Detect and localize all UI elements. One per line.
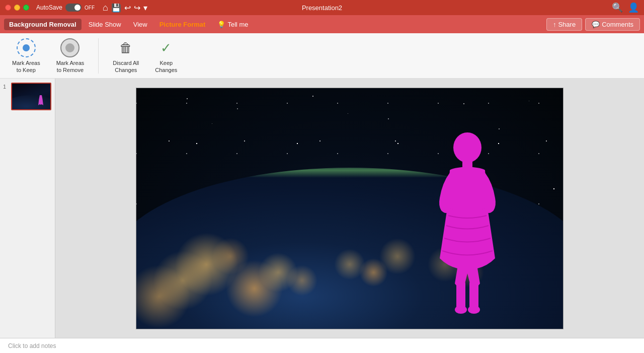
svg-rect-3 <box>469 281 478 309</box>
menu-item-tell-me[interactable]: 💡 Tell me <box>212 19 253 30</box>
redo-icon[interactable]: ↪ <box>134 3 140 13</box>
mark-areas-remove-label: Mark Areasto Remove <box>56 60 85 73</box>
ribbon: Mark Areasto Keep Mark Areasto Remove 🗑 … <box>0 33 644 79</box>
mark-areas-remove-button[interactable]: Mark Areasto Remove <box>52 35 89 76</box>
window-title: Presentation2 <box>302 4 342 12</box>
share-icon: ↑ <box>553 21 556 28</box>
title-right-icons: 🔍 👤 <box>612 2 639 13</box>
undo-icon[interactable]: ↩ <box>124 3 131 13</box>
ribbon-divider <box>98 38 99 74</box>
title-bar-left: AutoSave OFF ⌂ 💾 ↩ ↪ ▾ <box>5 3 147 13</box>
svg-point-0 <box>453 132 481 163</box>
lightbulb-icon: 💡 <box>217 21 225 28</box>
quick-access-icon[interactable]: ▾ <box>143 3 147 13</box>
menu-item-slide-show[interactable]: Slide Show <box>84 19 126 30</box>
svg-point-5 <box>468 306 480 314</box>
maximize-button[interactable] <box>23 5 29 11</box>
svg-rect-2 <box>456 281 465 309</box>
slide-thumbnail-inner <box>12 84 50 109</box>
close-button[interactable] <box>5 5 11 11</box>
share-button[interactable]: ↑ Share <box>546 18 582 31</box>
save-icon[interactable]: 💾 <box>111 3 121 13</box>
keep-changes-icon: ✓ <box>156 38 176 58</box>
slide-thumbnail[interactable] <box>11 83 51 110</box>
main-area: 1 <box>0 79 644 338</box>
search-icon[interactable]: 🔍 <box>612 2 623 13</box>
svg-point-4 <box>455 306 467 314</box>
girl-figure <box>422 132 513 314</box>
comments-button[interactable]: 💬 Comments <box>585 18 640 31</box>
keep-changes-label: KeepChanges <box>155 60 177 73</box>
menu-item-view[interactable]: View <box>128 19 152 30</box>
comments-icon: 💬 <box>592 21 600 28</box>
slide-panel: 1 <box>0 79 55 338</box>
mark-areas-keep-button[interactable]: Mark Areasto Keep <box>8 35 44 76</box>
minimize-button[interactable] <box>14 5 20 11</box>
autosave-toggle[interactable] <box>65 4 82 12</box>
keep-changes-button[interactable]: ✓ KeepChanges <box>151 35 181 76</box>
mark-areas-remove-icon <box>60 38 80 58</box>
discard-changes-label: Discard AllChanges <box>113 60 139 73</box>
notes-bar[interactable]: Click to add notes <box>0 338 644 353</box>
toggle-off-label: OFF <box>85 5 95 11</box>
toggle-knob <box>74 5 80 11</box>
account-icon[interactable]: 👤 <box>628 2 639 13</box>
canvas-area <box>55 79 644 338</box>
mark-areas-keep-label: Mark Areasto Keep <box>12 60 40 73</box>
menu-bar: Background Removal Slide Show View Pictu… <box>0 15 644 33</box>
autosave-label: AutoSave <box>36 4 62 11</box>
slide-item[interactable]: 1 <box>3 83 52 110</box>
home-icon[interactable]: ⌂ <box>103 3 108 13</box>
menu-right: ↑ Share 💬 Comments <box>546 18 640 31</box>
menu-item-picture-format[interactable]: Picture Format <box>154 19 211 30</box>
mark-areas-keep-icon <box>16 38 36 58</box>
slide-canvas[interactable] <box>136 88 564 329</box>
menu-item-background-removal[interactable]: Background Removal <box>4 19 82 30</box>
notes-placeholder: Click to add notes <box>8 342 56 349</box>
discard-changes-icon: 🗑 <box>116 38 136 58</box>
slide-number: 1 <box>3 83 9 90</box>
discard-changes-button[interactable]: 🗑 Discard AllChanges <box>109 35 143 76</box>
title-bar: AutoSave OFF ⌂ 💾 ↩ ↪ ▾ Presentation2 🔍 👤 <box>0 0 644 15</box>
